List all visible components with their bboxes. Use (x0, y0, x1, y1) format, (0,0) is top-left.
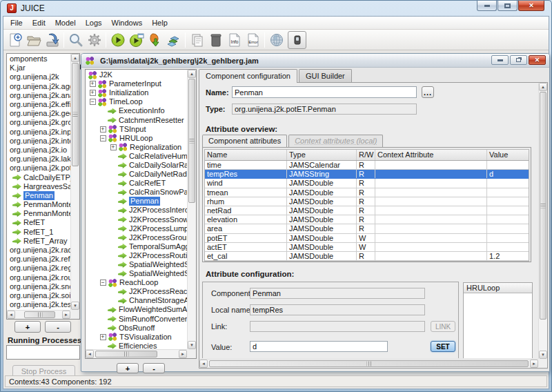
expander[interactable] (98, 135, 108, 141)
tree-node[interactable]: TemporalSumAggreg (86, 242, 187, 251)
expander[interactable] (108, 253, 118, 259)
table-row[interactable]: netRad JAMSDouble R (205, 206, 529, 215)
table-row[interactable]: area JAMSDouble R (205, 224, 529, 233)
expander[interactable] (98, 334, 108, 340)
scrollbar-thumb[interactable] (209, 360, 529, 367)
expander[interactable] (108, 262, 118, 268)
expander[interactable] (98, 117, 108, 124)
menu-item[interactable]: Help (147, 17, 172, 28)
tree-vertical-scrollbar[interactable]: ▲ ▼ (187, 70, 196, 349)
component-list-item[interactable]: RefET (8, 218, 70, 227)
component-list-item[interactable]: org.unijena.j2k.refET (8, 255, 70, 264)
component-list-item[interactable]: org.unijena.j2k.inputD (8, 128, 70, 137)
component-list-item[interactable]: HargreavesSamar (8, 182, 70, 191)
running-processes-list[interactable] (6, 345, 80, 360)
component-list-item[interactable]: omponents (8, 55, 70, 63)
context-pane-header[interactable]: HRULoop (464, 283, 532, 293)
tree-node[interactable]: CalcRefET (86, 179, 187, 188)
config-horizontal-scrollbar[interactable]: ◄ ► (199, 359, 538, 368)
tree-node[interactable]: Regionalization (86, 143, 187, 152)
tree-node[interactable]: CalcRainSnowParts (86, 188, 187, 197)
expander[interactable] (98, 108, 108, 114)
palette-add-button[interactable]: + (14, 321, 41, 333)
expander[interactable] (108, 162, 118, 168)
expander[interactable] (98, 325, 108, 331)
value-input[interactable] (250, 341, 388, 352)
scroll-down-icon[interactable]: ▼ (71, 302, 79, 310)
link-button[interactable]: LINK (431, 321, 455, 332)
component-list-item[interactable]: org.unijena.j2k.interc (8, 137, 70, 146)
menu-item[interactable]: Edit (28, 17, 50, 28)
info-log-button[interactable]: Info (225, 31, 244, 49)
component-list-item[interactable]: org.unijena.j2k.io (8, 146, 70, 155)
minimize-button[interactable] (477, 1, 497, 11)
map-view-button[interactable] (164, 31, 183, 49)
table-row[interactable]: rhum JAMSDouble R (205, 197, 529, 206)
scroll-down-icon[interactable]: ▼ (539, 351, 547, 359)
expander[interactable] (88, 81, 97, 87)
scrollbar-thumb[interactable] (540, 92, 546, 320)
table-row[interactable]: actET JAMSDouble W (205, 243, 529, 252)
run-model-gui-button[interactable] (127, 31, 146, 49)
scroll-left-icon[interactable]: ◄ (199, 360, 208, 368)
document-title-bar[interactable]: G:\jams\data\j2k_gehlberg\j2k_gehlberg.j… (81, 54, 549, 68)
tree-node[interactable]: J2K (86, 70, 187, 79)
tree-node[interactable]: ParameterInput (86, 79, 187, 88)
tab-gui-builder[interactable]: GUI Builder (299, 69, 352, 82)
component-list-item[interactable]: org.unijena.j2k.efficie (8, 100, 70, 109)
scrollbar-thumb[interactable] (188, 79, 195, 203)
tree-node[interactable]: TimeLoop (86, 97, 187, 106)
expander[interactable] (88, 99, 97, 105)
export-model-button[interactable] (146, 31, 164, 49)
tree-node[interactable]: Initialization (86, 88, 187, 97)
component-list-item[interactable]: org.unijena.j2k.aggre (8, 82, 70, 91)
tree-node[interactable]: HRULoop (86, 134, 187, 143)
palette-remove-button[interactable]: - (45, 321, 71, 333)
tree-node[interactable]: ChannelStorageAgg (86, 296, 187, 305)
table-row[interactable]: et_cal JAMSDouble R 1.2 (205, 252, 529, 261)
tree-node[interactable]: Efficiencies (86, 342, 187, 349)
component-list-item[interactable]: org.unijena.j2k.radiat (8, 246, 70, 255)
expander[interactable] (108, 271, 118, 277)
copy-log-button[interactable] (188, 31, 206, 49)
tree-node[interactable]: SpatialWeightedSum (86, 260, 187, 269)
component-list-item[interactable]: PenmanMonteith (8, 200, 70, 209)
scroll-right-icon[interactable]: ► (179, 350, 187, 358)
scroll-left-icon[interactable]: ◄ (86, 350, 94, 358)
menu-item[interactable]: Windows (107, 17, 148, 28)
scroll-up-icon[interactable]: ▲ (188, 70, 196, 78)
tree-node[interactable]: ReachLoop (86, 278, 187, 287)
tab-component-attributes[interactable]: Component attributes (202, 135, 287, 147)
component-list-item[interactable]: org.unijena.j2k.snow (8, 282, 70, 291)
expander[interactable] (108, 144, 118, 150)
document-restore-button[interactable] (510, 55, 527, 65)
tree-node[interactable]: SpatialWeightedSum (86, 269, 187, 278)
name-input[interactable] (232, 86, 417, 98)
tree-node[interactable]: Penman (86, 197, 187, 206)
browse-button[interactable]: ... (422, 86, 434, 98)
expander[interactable] (98, 280, 108, 286)
title-bar[interactable]: J JUICE ✕ (1, 1, 551, 16)
scrollbar-thumb[interactable] (24, 311, 55, 318)
tree-node[interactable]: CatchmentResetter (86, 115, 187, 124)
expander[interactable] (98, 306, 108, 313)
component-list-item[interactable]: org.unijena.j2k.groun (8, 118, 70, 127)
expander[interactable] (108, 244, 118, 250)
tree-add-button[interactable]: + (117, 363, 139, 373)
scroll-left-icon[interactable]: ◄ (7, 311, 15, 319)
scroll-up-icon[interactable]: ▲ (539, 83, 547, 91)
preferences-button[interactable] (85, 31, 103, 49)
menu-item[interactable]: Model (50, 17, 81, 28)
online-help-button[interactable] (267, 31, 286, 49)
tab-context-attributes[interactable]: Context attributes (local) (288, 135, 383, 147)
scroll-up-icon[interactable]: ▲ (71, 54, 79, 62)
scroll-right-icon[interactable]: ► (530, 360, 538, 368)
expander[interactable] (108, 235, 118, 241)
tree-node[interactable]: J2KProcessSnow (86, 215, 187, 224)
expander[interactable] (98, 126, 108, 133)
expander[interactable] (108, 198, 118, 204)
expander[interactable] (108, 217, 118, 223)
scroll-down-icon[interactable]: ▼ (188, 341, 196, 349)
open-model-button[interactable] (24, 31, 43, 49)
table-row[interactable]: potET JAMSDouble W (205, 234, 529, 243)
